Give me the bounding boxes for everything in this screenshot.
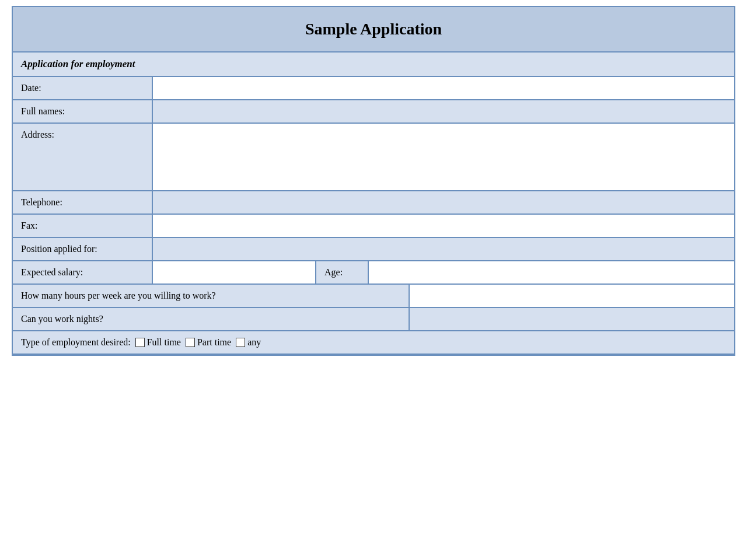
- employment-type-area: Type of employment desired: Full time Pa…: [13, 331, 734, 354]
- address-row: Address:: [13, 124, 734, 191]
- employment-type-row: Type of employment desired: Full time Pa…: [13, 331, 734, 355]
- full-names-row: Full names:: [13, 100, 734, 124]
- fax-row: Fax:: [13, 215, 734, 238]
- age-input-cell: [369, 261, 734, 284]
- form-subtitle: Application for employment: [13, 52, 734, 77]
- full-names-input-cell: [153, 100, 734, 123]
- employment-type-options: Type of employment desired: Full time Pa…: [21, 337, 726, 348]
- date-input[interactable]: [161, 83, 726, 93]
- address-input-cell: [153, 124, 734, 190]
- salary-age-row: Expected salary: Age:: [13, 261, 734, 285]
- age-input[interactable]: [377, 267, 726, 278]
- full-time-label: Full time: [147, 337, 181, 348]
- position-row: Position applied for:: [13, 238, 734, 261]
- form-title: Sample Application: [13, 7, 734, 52]
- full-time-checkbox[interactable]: [135, 338, 145, 347]
- full-names-label: Full names:: [13, 100, 153, 123]
- hours-label: How many hours per week are you willing …: [13, 285, 410, 307]
- age-label: Age:: [316, 261, 369, 284]
- employment-type-label: Type of employment desired:: [21, 337, 131, 348]
- any-option: any: [236, 337, 261, 348]
- telephone-input-cell: [153, 191, 734, 214]
- nights-row: Can you work nights?: [13, 308, 734, 331]
- salary-label: Expected salary:: [13, 261, 153, 284]
- fax-input-cell: [153, 215, 734, 237]
- telephone-row: Telephone:: [13, 191, 734, 215]
- part-time-label: Part time: [197, 337, 231, 348]
- salary-input-cell: [153, 261, 316, 284]
- nights-input-cell: [410, 308, 734, 330]
- address-label: Address:: [13, 124, 153, 190]
- address-input[interactable]: [161, 130, 726, 182]
- date-row: Date:: [13, 77, 734, 100]
- position-input[interactable]: [161, 244, 726, 254]
- position-label: Position applied for:: [13, 238, 153, 260]
- salary-input[interactable]: [161, 267, 307, 278]
- application-form: Sample Application Application for emplo…: [12, 6, 735, 356]
- nights-input[interactable]: [418, 314, 726, 324]
- telephone-input[interactable]: [161, 197, 726, 208]
- fax-label: Fax:: [13, 215, 153, 237]
- telephone-label: Telephone:: [13, 191, 153, 214]
- hours-input[interactable]: [418, 290, 726, 301]
- fax-input[interactable]: [161, 220, 726, 231]
- nights-label: Can you work nights?: [13, 308, 410, 330]
- hours-row: How many hours per week are you willing …: [13, 285, 734, 308]
- part-time-checkbox[interactable]: [186, 338, 195, 347]
- position-input-cell: [153, 238, 734, 260]
- date-label: Date:: [13, 77, 153, 99]
- full-time-option: Full time: [135, 337, 181, 348]
- hours-input-cell: [410, 285, 734, 307]
- date-input-cell: [153, 77, 734, 99]
- any-checkbox[interactable]: [236, 338, 245, 347]
- any-label: any: [247, 337, 261, 348]
- full-names-input[interactable]: [161, 106, 726, 117]
- part-time-option: Part time: [186, 337, 231, 348]
